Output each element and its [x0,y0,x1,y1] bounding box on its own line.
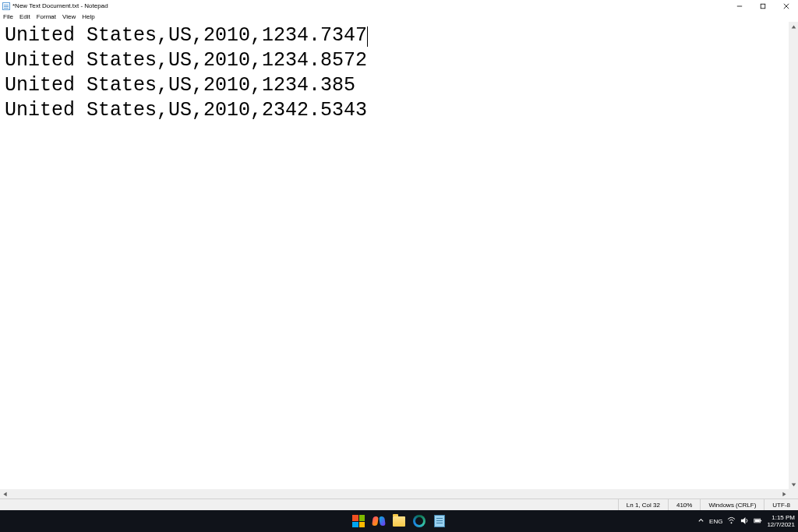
text-editor[interactable]: United States,US,2010,1234.7347 United S… [0,22,789,489]
status-zoom: 410% [668,499,700,510]
scroll-up-arrow-icon[interactable] [789,22,798,31]
tray-language[interactable]: ENG [709,518,722,525]
scroll-left-arrow-icon[interactable] [0,489,9,499]
scroll-down-arrow-icon[interactable] [789,480,798,489]
svg-marker-9 [741,516,746,523]
taskbar-copilot-icon[interactable] [372,514,386,528]
menu-help[interactable]: Help [82,13,94,20]
horizontal-scrollbar[interactable] [0,489,789,499]
taskbar-file-explorer-icon[interactable] [392,514,406,528]
menu-file[interactable]: File [3,13,13,20]
scroll-right-arrow-icon[interactable] [779,489,789,499]
status-line-ending: Windows (CRLF) [700,499,764,510]
menu-edit[interactable]: Edit [19,13,30,20]
start-button[interactable] [351,514,365,528]
tray-date: 12/7/2021 [767,521,795,528]
svg-rect-11 [761,520,762,521]
menu-format[interactable]: Format [37,13,56,20]
tray-clock[interactable]: 1:15 PM 12/7/2021 [767,514,795,528]
menu-view[interactable]: View [62,13,76,20]
system-tray: ENG 1:15 PM 12/7/2021 [697,510,795,532]
taskbar[interactable]: ENG 1:15 PM 12/7/2021 [0,510,798,532]
text-line[interactable]: United States,US,2010,1234.7347 [5,24,367,47]
text-line[interactable]: United States,US,2010,2342.5343 [5,99,367,122]
close-button[interactable] [775,0,798,12]
taskbar-edge-icon[interactable] [412,514,426,528]
text-line[interactable]: United States,US,2010,1234.8572 [5,49,367,72]
status-bar: Ln 1, Col 32 410% Windows (CRLF) UTF-8 [0,499,798,510]
text-line[interactable]: United States,US,2010,1234.385 [5,74,355,97]
svg-marker-5 [791,483,796,486]
tray-time: 1:15 PM [767,514,795,521]
minimize-button[interactable] [728,0,751,12]
title-bar[interactable]: *New Text Document.txt - Notepad [0,0,798,12]
battery-icon[interactable] [754,516,762,527]
wifi-icon[interactable] [727,516,736,527]
text-caret [367,26,368,47]
taskbar-center [351,510,447,532]
editor-content[interactable]: United States,US,2010,1234.7347 United S… [0,22,789,123]
svg-point-8 [731,522,733,523]
notepad-window: *New Text Document.txt - Notepad File Ed… [0,0,798,532]
status-position: Ln 1, Col 32 [618,499,668,510]
window-title: *New Text Document.txt - Notepad [12,2,108,9]
editor-area: United States,US,2010,1234.7347 United S… [0,22,798,499]
tray-overflow-icon[interactable] [697,517,704,526]
scroll-corner [789,489,798,499]
menu-bar: File Edit Format View Help [0,12,798,22]
svg-marker-6 [3,491,6,496]
volume-icon[interactable] [740,516,749,527]
svg-rect-12 [755,519,760,521]
taskbar-notepad-icon[interactable] [433,514,447,528]
notepad-app-icon [2,2,10,10]
svg-marker-7 [782,491,786,496]
svg-rect-1 [761,4,765,9]
vertical-scrollbar[interactable] [789,22,798,489]
status-encoding: UTF-8 [764,499,798,510]
svg-marker-4 [791,25,796,28]
maximize-button[interactable] [751,0,775,12]
